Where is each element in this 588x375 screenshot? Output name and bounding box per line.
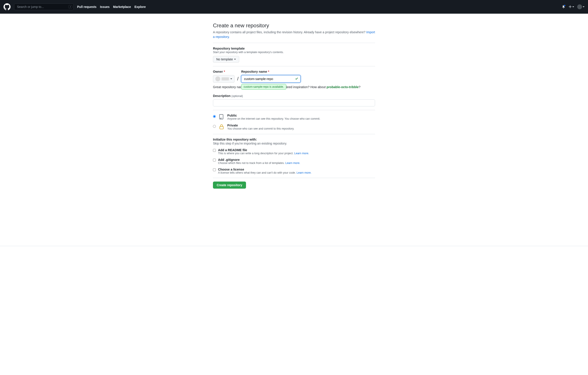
owner-name-redacted <box>221 77 229 80</box>
add-readme-checkbox[interactable] <box>213 149 216 152</box>
repo-name-label-text: Repository name <box>241 70 267 73</box>
repo-name-input[interactable] <box>241 75 301 83</box>
user-menu[interactable] <box>577 4 585 9</box>
divider <box>213 110 375 110</box>
divider <box>213 134 375 134</box>
init-license-text: Choose a license A license tells others … <box>218 168 311 174</box>
github-logo-icon[interactable] <box>3 3 10 10</box>
page-subtitle-text: A repository contains all project files,… <box>213 30 366 34</box>
nav-issues[interactable]: Issues <box>100 5 110 9</box>
footer-divider <box>0 246 588 246</box>
template-select-button[interactable]: No template <box>213 56 239 63</box>
owner-avatar-icon <box>215 76 220 81</box>
owner-name-row: Owner * / Repository name * custom-sampl… <box>213 70 375 83</box>
create-repository-button[interactable]: Create repository <box>213 182 246 189</box>
init-readme-subtitle: This is where you can write a long descr… <box>218 152 309 155</box>
page-subtitle: A repository contains all project files,… <box>213 30 375 39</box>
readme-learn-more-link[interactable]: Learn more. <box>294 152 309 155</box>
license-learn-more-link[interactable]: Learn more. <box>297 171 311 174</box>
gitignore-learn-more-link[interactable]: Learn more. <box>285 161 300 165</box>
visibility-private-title: Private <box>227 124 294 127</box>
owner-label: Owner * <box>213 70 234 73</box>
caret-down-icon <box>583 6 585 7</box>
init-license-subtitle: A license tells others what they can and… <box>218 171 311 174</box>
divider <box>213 178 375 178</box>
lock-icon <box>219 124 225 130</box>
suggested-name-link[interactable]: probable-octo-tribble <box>326 85 359 89</box>
visibility-public-title: Public <box>227 114 320 117</box>
svg-rect-0 <box>220 115 223 119</box>
main-content: Create a new repository A repository con… <box>210 22 378 189</box>
init-section-title: Initialize this repository with: <box>213 138 375 141</box>
owner-column: Owner * <box>213 70 234 83</box>
owner-name-separator: / <box>237 76 239 82</box>
avatar <box>577 4 582 9</box>
template-section-subtitle: Start your repository with a template re… <box>213 51 375 54</box>
visibility-public-subtitle: Anyone on the internet can see this repo… <box>227 117 320 120</box>
init-gitignore-row: Add .gitignore Choose which files not to… <box>213 158 375 165</box>
choose-license-checkbox[interactable] <box>213 168 216 171</box>
init-readme-sub-text: This is where you can write a long descr… <box>218 152 294 155</box>
repo-public-icon <box>219 114 225 120</box>
description-input[interactable] <box>213 99 375 107</box>
global-header: / Pull requests Issues Marketplace Explo… <box>0 0 588 14</box>
init-gitignore-title: Add .gitignore <box>218 158 300 161</box>
template-section-title: Repository template <box>213 46 375 50</box>
init-license-sub-text: A license tells others what they can and… <box>218 171 297 174</box>
visibility-public-radio[interactable] <box>213 115 216 118</box>
init-readme-title: Add a README file <box>218 148 309 152</box>
template-select-label: No template <box>216 57 233 61</box>
init-gitignore-subtitle: Choose which files not to track from a l… <box>218 161 300 165</box>
add-gitignore-checkbox[interactable] <box>213 159 216 161</box>
repo-name-label: Repository name * <box>241 70 301 73</box>
notification-dot-icon <box>564 4 566 7</box>
search-hotkey-badge: / <box>68 5 72 9</box>
visibility-private-radio[interactable] <box>213 125 216 128</box>
init-readme-row: Add a README file This is where you can … <box>213 148 375 155</box>
description-label-text: Description <box>213 94 231 98</box>
init-section-subtitle: Skip this step if you're importing an ex… <box>213 142 375 145</box>
repo-name-input-wrap: custom-sample-repo is available. <box>241 75 301 83</box>
header-right <box>562 4 585 9</box>
page-title: Create a new repository <box>213 22 375 29</box>
svg-rect-1 <box>220 127 223 129</box>
description-label: Description (optional) <box>213 94 375 98</box>
nav-explore[interactable]: Explore <box>134 5 146 9</box>
caret-down-icon <box>234 59 236 60</box>
visibility-public-row: Public Anyone on the internet can see th… <box>213 114 375 120</box>
primary-nav: Pull requests Issues Marketplace Explore <box>77 5 146 9</box>
caret-down-icon <box>572 6 574 7</box>
name-inspiration-text: Great repository names are short and mem… <box>213 85 375 89</box>
repo-name-column: Repository name * custom-sample-repo is … <box>241 70 301 83</box>
init-gitignore-sub-text: Choose which files not to track from a l… <box>218 161 285 165</box>
nav-pull-requests[interactable]: Pull requests <box>77 5 96 9</box>
init-gitignore-text: Add .gitignore Choose which files not to… <box>218 158 300 165</box>
visibility-private-row: Private You choose who can see and commi… <box>213 124 375 130</box>
check-icon <box>295 77 298 81</box>
init-license-title: Choose a license <box>218 168 311 171</box>
required-asterisk: * <box>224 70 225 73</box>
divider <box>213 43 375 43</box>
required-asterisk: * <box>268 70 269 73</box>
visibility-public-text: Public Anyone on the internet can see th… <box>227 114 320 120</box>
caret-down-icon <box>230 78 232 79</box>
nav-marketplace[interactable]: Marketplace <box>113 5 131 9</box>
notifications-button[interactable] <box>562 5 565 9</box>
create-new-menu[interactable] <box>568 5 574 9</box>
init-license-row: Choose a license A license tells others … <box>213 168 375 174</box>
visibility-private-text: Private You choose who can see and commi… <box>227 124 294 130</box>
visibility-private-subtitle: You choose who can see and commit to thi… <box>227 127 294 130</box>
owner-select[interactable] <box>213 75 234 83</box>
inspiration-suffix: ? <box>359 85 360 89</box>
search-wrap: / <box>14 3 74 10</box>
optional-text: (optional) <box>231 95 243 98</box>
search-input[interactable] <box>14 3 74 10</box>
init-readme-text: Add a README file This is where you can … <box>218 148 309 155</box>
owner-label-text: Owner <box>213 70 223 73</box>
name-available-tooltip: custom-sample-repo is available. <box>241 84 286 90</box>
